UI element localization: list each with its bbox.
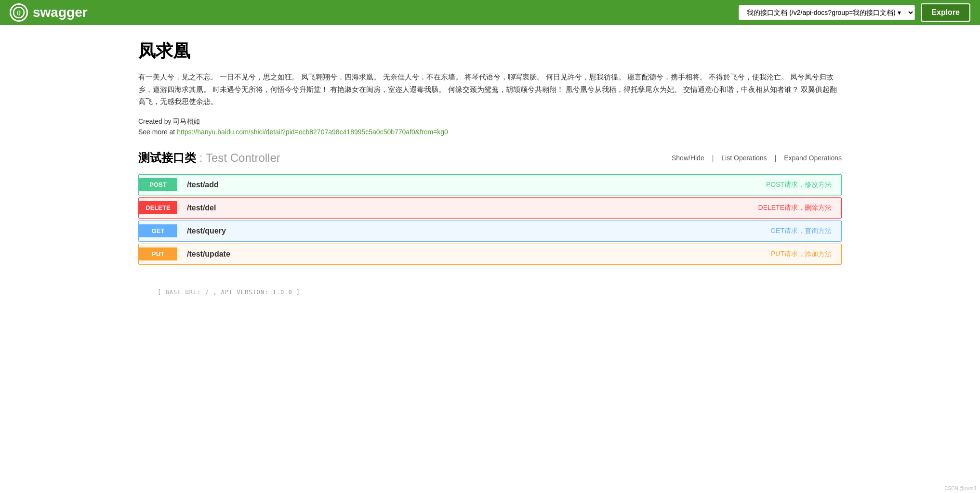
api-section: 测试接口类 : Test Controller Show/Hide | List… <box>138 150 842 265</box>
expand-operations-action[interactable]: Expand Operations <box>784 154 842 162</box>
divider-2: | <box>775 154 777 162</box>
header-right: 我的接口文档 (/v2/api-docs?group=我的接口文档) ▾ Exp… <box>739 3 970 22</box>
op-summary: POST请求，修改方法 <box>756 181 841 189</box>
op-summary: PUT请求，添加方法 <box>761 250 841 259</box>
api-operation-row[interactable]: PUT /test/update PUT请求，添加方法 <box>138 244 842 265</box>
op-path: /test/query <box>177 227 761 235</box>
op-path: /test/update <box>177 250 761 259</box>
api-section-actions: Show/Hide | List Operations | Expand Ope… <box>672 154 842 162</box>
see-more-link[interactable]: https://hanyu.baidu.com/shici/detail?pid… <box>177 128 448 136</box>
api-section-title: 测试接口类 : Test Controller <box>138 150 280 166</box>
method-badge: PUT <box>139 247 177 260</box>
operations-list: POST /test/add POST请求，修改方法 DELETE /test/… <box>138 174 842 265</box>
method-badge: GET <box>139 224 177 237</box>
api-title-english: Test Controller <box>206 151 280 164</box>
op-summary: GET请求，查询方法 <box>761 227 841 235</box>
logo: {} swagger <box>10 3 88 22</box>
op-path: /test/add <box>177 181 756 189</box>
logo-text: swagger <box>33 5 88 20</box>
method-badge: DELETE <box>139 201 177 214</box>
api-operation-row[interactable]: GET /test/query GET请求，查询方法 <box>138 221 842 242</box>
footer-text: [ BASE URL: / , API VERSION: 1.0.0 ] <box>158 289 300 296</box>
api-section-header: 测试接口类 : Test Controller Show/Hide | List… <box>138 150 842 169</box>
see-more-label: See more at <box>138 128 175 136</box>
api-operation-row[interactable]: POST /test/add POST请求，修改方法 <box>138 174 842 195</box>
header: {} swagger 我的接口文档 (/v2/api-docs?group=我的… <box>0 0 980 25</box>
description-text: 有一美人兮，见之不忘。 一日不见兮，思之如狂。 凤飞翱翔兮，四海求凰。 无奈佳人… <box>138 71 842 108</box>
method-badge: POST <box>139 178 177 191</box>
explore-button[interactable]: Explore <box>921 3 970 22</box>
see-more: See more at https://hanyu.baidu.com/shic… <box>138 128 842 136</box>
api-title-separator-english: : Test Controller <box>196 151 280 164</box>
show-hide-action[interactable]: Show/Hide <box>672 154 704 162</box>
page-title: 凤求凰 <box>138 39 842 63</box>
api-title-chinese: 测试接口类 <box>138 151 196 164</box>
main-content: 凤求凰 有一美人兮，见之不忘。 一日不见兮，思之如狂。 凤飞翱翔兮，四海求凰。 … <box>119 25 861 324</box>
api-selector[interactable]: 我的接口文档 (/v2/api-docs?group=我的接口文档) ▾ <box>739 5 915 20</box>
list-operations-action[interactable]: List Operations <box>721 154 767 162</box>
created-by: Created by 司马相如 <box>138 117 842 126</box>
op-summary: DELETE请求，删除方法 <box>749 204 841 212</box>
footer: [ BASE URL: / , API VERSION: 1.0.0 ] <box>138 279 842 305</box>
api-operation-row[interactable]: DELETE /test/del DELETE请求，删除方法 <box>138 197 842 219</box>
divider-1: | <box>712 154 714 162</box>
svg-text:{}: {} <box>17 10 21 15</box>
op-path: /test/del <box>177 204 749 212</box>
logo-icon: {} <box>10 3 28 22</box>
